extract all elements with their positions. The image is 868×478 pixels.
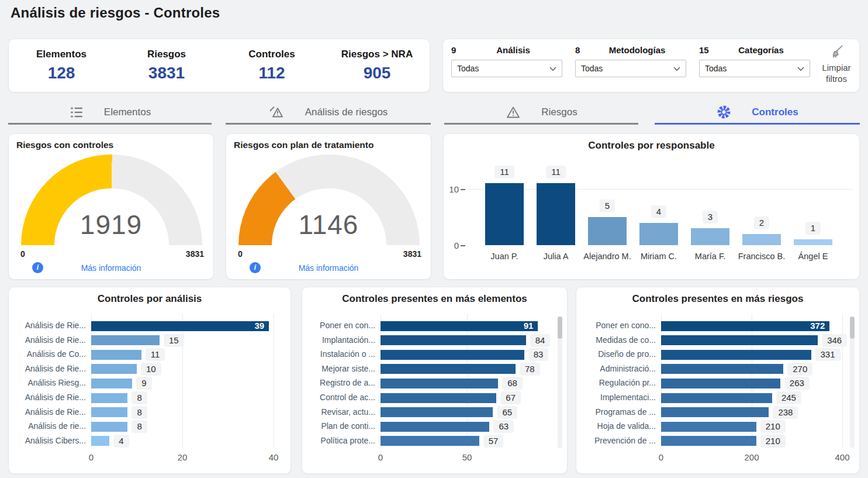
- x-axis-tick-label: 40: [259, 452, 288, 462]
- category-label: Medidas de co...: [580, 335, 656, 345]
- bar-value-label: 91: [510, 321, 533, 331]
- bar-value-label: 67: [500, 391, 521, 404]
- bar-row[interactable]: [91, 436, 109, 446]
- bar-value-label: 4: [113, 435, 129, 448]
- filter-label: Categorías: [712, 45, 810, 55]
- category-label: Poner en con...: [306, 321, 375, 330]
- scrollbar-thumb[interactable]: [558, 317, 562, 339]
- bar-row[interactable]: [381, 407, 493, 417]
- tab-an-lisis-de-riesgos[interactable]: Análisis de riesgos: [226, 99, 431, 125]
- bar-value-label: 245: [776, 391, 801, 404]
- category-label: Alejandro M.: [579, 251, 635, 262]
- category-label: Administració...: [580, 364, 656, 373]
- tab-riesgos[interactable]: Riesgos: [444, 99, 638, 125]
- category-label: Programas de ...: [580, 407, 656, 417]
- bar-row[interactable]: [91, 379, 132, 388]
- page-title: Análisis de riesgos - Controles: [11, 5, 220, 21]
- bar-value-label: 57: [483, 435, 504, 448]
- filter-label: Metodologías: [588, 45, 686, 55]
- bar-row[interactable]: [91, 422, 127, 432]
- bar-Alejandro M.[interactable]: [588, 217, 627, 245]
- category-label: Julia A: [528, 251, 584, 262]
- bar-row[interactable]: [381, 422, 489, 432]
- more-info-link[interactable]: Más información: [226, 263, 431, 273]
- bar-Juan P.[interactable]: [485, 183, 524, 245]
- bar-row[interactable]: [381, 335, 526, 345]
- dropdown-value: Todas: [705, 64, 727, 73]
- clear-filters-button[interactable]: Limpiar filtros: [818, 44, 855, 85]
- category-label: Instalación o ...: [306, 349, 375, 359]
- bar-row[interactable]: [661, 350, 811, 360]
- bar-row[interactable]: [91, 335, 160, 345]
- bar-value-label: 210: [760, 420, 786, 433]
- bar-row[interactable]: [661, 436, 756, 446]
- bar-Julia A[interactable]: [537, 183, 575, 245]
- more-info-link[interactable]: Más información: [9, 263, 213, 273]
- bar-row[interactable]: [661, 393, 772, 403]
- gauge-min-label: 0: [238, 249, 243, 259]
- bar-row[interactable]: [661, 335, 818, 345]
- bar-value-label: 263: [784, 377, 810, 390]
- bar-row[interactable]: [91, 407, 127, 417]
- bar-row[interactable]: [381, 364, 516, 374]
- kpi-item: Elementos128: [9, 39, 114, 92]
- gridline: [274, 314, 274, 448]
- bar-value-label: 39: [241, 321, 264, 331]
- bar-Miriam C.[interactable]: [639, 223, 678, 245]
- category-label: Mejorar siste...: [306, 364, 375, 373]
- bar-row[interactable]: [381, 350, 524, 360]
- bar-Francisco B.[interactable]: [742, 234, 781, 245]
- tab-label: Controles: [752, 106, 798, 118]
- gauge-value: 1919: [9, 209, 213, 240]
- bar-value-label: 11: [146, 348, 165, 361]
- category-label: Control de ac...: [306, 393, 375, 402]
- category-label: Revisar, actu...: [306, 407, 375, 417]
- bar-Ángel E[interactable]: [794, 239, 832, 245]
- category-label: Análisis de Rie...: [12, 407, 86, 417]
- bar-row[interactable]: [381, 393, 496, 403]
- bar-value-label: 5: [600, 200, 615, 212]
- tab-controles[interactable]: Controles: [655, 99, 860, 125]
- bar-row[interactable]: [381, 436, 479, 446]
- bar-row[interactable]: [661, 407, 769, 417]
- tab-elementos[interactable]: Elementos: [8, 99, 212, 125]
- bar-value-label: 372: [801, 321, 825, 331]
- bar-value-label: 331: [815, 348, 841, 361]
- tab-label: Elementos: [104, 106, 151, 118]
- bar-value-label: 346: [822, 334, 847, 347]
- dashboard: Análisis de riesgos - Controles Elemento…: [0, 0, 868, 478]
- x-axis-tick-label: 0: [646, 452, 676, 462]
- dropdown-value: Todas: [581, 64, 603, 73]
- filter-dropdown[interactable]: Todas: [451, 60, 562, 77]
- chart-card-controles-mas-riesgos: Controles presentes en más riesgos020040…: [576, 287, 860, 474]
- gauge-max-label: 3831: [186, 249, 204, 259]
- kpi-value: 128: [48, 64, 75, 82]
- bar-María F.[interactable]: [691, 228, 729, 245]
- gauge-min-label: 0: [20, 249, 25, 259]
- tab-bar: ElementosAnálisis de riesgosRiesgosContr…: [0, 99, 868, 125]
- category-label: Miriam C.: [631, 251, 687, 262]
- bar-row[interactable]: [661, 422, 756, 432]
- bar-value-label: 10: [141, 363, 161, 376]
- warning-icon: [505, 105, 521, 120]
- category-label: Análisis de Rie...: [12, 364, 86, 373]
- bar-row[interactable]: [91, 350, 141, 360]
- kpi-item: Riesgos > NRA905: [324, 39, 430, 92]
- filter-dropdown[interactable]: Todas: [575, 60, 686, 77]
- bar-value-label: 4: [651, 205, 666, 218]
- x-axis-tick-label: 0: [366, 452, 395, 462]
- bar-value-label: 11: [546, 166, 566, 178]
- category-label: Análisis de Co...: [12, 349, 86, 359]
- bar-row[interactable]: [91, 364, 137, 374]
- scrollbar-thumb[interactable]: [850, 317, 855, 339]
- bar-row[interactable]: [661, 379, 780, 388]
- bar-value-label: 78: [520, 363, 540, 376]
- category-label: Análisis de Rie...: [12, 393, 86, 402]
- bar-value-label: 3: [703, 211, 718, 223]
- bar-row[interactable]: [91, 393, 127, 403]
- bar-row[interactable]: [661, 364, 783, 374]
- chart-title: Riesgos con controles: [16, 140, 113, 150]
- filter-dropdown[interactable]: Todas: [699, 60, 810, 77]
- bar-row[interactable]: [381, 379, 498, 388]
- bar-value-label: 15: [164, 334, 184, 347]
